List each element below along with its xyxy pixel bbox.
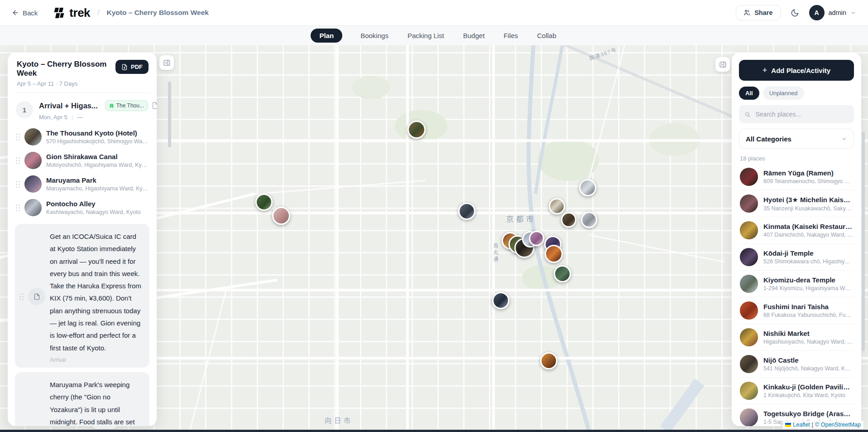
back-button[interactable]: Back <box>12 9 38 17</box>
place-name: Pontocho Alley <box>46 200 141 208</box>
places-count: 18 places <box>740 155 854 162</box>
left-panel-scrollbar[interactable] <box>168 82 171 147</box>
place-name: Rāmen Yūga (Ramen) <box>763 169 853 177</box>
day-title: Arrival + Higas... <box>39 102 98 110</box>
map-photo-marker[interactable] <box>492 292 509 309</box>
add-place-button[interactable]: + Add Place/Activity <box>739 60 854 81</box>
place-list-item[interactable]: Kinkaku-ji (Golden Pavilion) 1 Kinkakuji… <box>739 377 854 404</box>
collapse-left-panel-button[interactable] <box>159 55 174 70</box>
drag-handle[interactable] <box>19 293 24 300</box>
place-list-item[interactable]: Kinmata (Kaiseki Restaurant) 407 Dainich… <box>739 217 854 243</box>
file-download-icon <box>121 64 128 70</box>
category-value: All Categories <box>746 135 791 143</box>
map-photo-marker[interactable] <box>529 231 544 246</box>
place-photo <box>740 382 758 400</box>
place-photo <box>740 221 758 239</box>
trip-tab[interactable]: Bookings <box>360 29 389 43</box>
place-address: Kashiwayacho, Nakagyo Ward, Kyoto <box>46 209 141 215</box>
place-photo <box>740 194 758 213</box>
chevron-down-icon <box>850 10 856 16</box>
map-photo-marker[interactable] <box>579 179 596 196</box>
place-address: Maruyamacho, Higashiyama Ward, Kyoto <box>46 185 149 192</box>
share-label: Share <box>754 9 772 16</box>
moon-icon <box>791 9 799 17</box>
hotel-icon <box>109 103 114 108</box>
brand-logo[interactable]: trek <box>53 6 90 20</box>
map-photo-marker[interactable] <box>581 212 597 228</box>
place-photo <box>24 152 42 169</box>
export-pdf-button[interactable]: PDF <box>115 60 149 74</box>
itinerary-place-row[interactable]: The Thousand Kyoto (Hotel) 570 Higashish… <box>15 125 149 149</box>
day-note-card[interactable]: Maruyama Park's weeping cherry (the "Gio… <box>15 372 149 426</box>
place-list-item[interactable]: Kōdai-ji Temple 526 Shimokawara-chō, Hig… <box>739 243 854 270</box>
trip-tab[interactable]: Files <box>503 29 519 43</box>
collapse-right-panel-button[interactable] <box>715 57 730 72</box>
place-name: Gion Shirakawa Canal <box>46 153 149 160</box>
map-photo-marker[interactable] <box>549 198 565 214</box>
place-address: 35 Nanzenji Kusakawachō, Sakyo Ward, ... <box>763 205 853 212</box>
osm-link[interactable]: © OpenStreetMap <box>815 422 861 428</box>
place-photo <box>740 408 758 426</box>
place-address: 1-294 Kiyomizu, Higashiyama Ward, Kyoto <box>763 285 853 291</box>
right-panel-scrollbar[interactable] <box>862 131 865 351</box>
place-photo <box>740 301 758 320</box>
place-name: Fushimi Inari Taisha <box>763 303 853 311</box>
place-name: Nishiki Market <box>763 330 853 337</box>
map-photo-marker[interactable] <box>272 207 290 225</box>
attribution-separator: | <box>812 422 813 428</box>
place-address: Higashiuoyacho, Nakagyo Ward, Kyoto <box>763 339 853 345</box>
avatar: A <box>809 5 825 20</box>
map-photo-marker[interactable] <box>458 203 475 220</box>
map-photo-marker[interactable] <box>561 212 576 228</box>
trip-tab[interactable]: Plan <box>311 29 342 43</box>
day-note-card[interactable]: Get an ICOCA/Suica IC card at Kyoto Stat… <box>15 224 149 368</box>
map-photo-marker[interactable] <box>408 121 426 139</box>
theme-toggle-button[interactable] <box>791 9 799 17</box>
itinerary-place-row[interactable]: Maruyama Park Maruyamacho, Higashiyama W… <box>15 172 149 196</box>
share-button[interactable]: Share <box>736 5 780 20</box>
category-select[interactable]: All Categories <box>739 129 854 149</box>
search-input[interactable] <box>755 110 849 118</box>
place-list-item[interactable]: Kiyomizu-dera Temple 1-294 Kiyomizu, Hig… <box>739 270 854 297</box>
day-number-badge: 1 <box>16 101 33 118</box>
user-menu[interactable]: A admin <box>809 5 857 20</box>
place-address: 1 Kinkakujichō, Kita Ward, Kyoto <box>763 392 853 398</box>
chevron-down-icon <box>841 136 847 142</box>
filter-chips: AllUnplanned <box>739 87 854 100</box>
filter-chip[interactable]: All <box>739 87 759 100</box>
map-photo-marker[interactable] <box>545 245 563 263</box>
place-list-item[interactable]: Nijō Castle 541 Nijōjōchō, Nakagyo Ward,… <box>739 350 854 377</box>
place-name: Kinkaku-ji (Golden Pavilion) <box>763 383 853 391</box>
pdf-label: PDF <box>131 63 143 70</box>
place-list-item[interactable]: Rāmen Yūga (Ramen) 609 Teianmaenocho, Sh… <box>739 164 854 190</box>
note-text: Maruyama Park's weeping cherry (the "Gio… <box>50 379 143 426</box>
day-notes-icon[interactable] <box>152 102 157 109</box>
place-list-item[interactable]: Fushimi Inari Taisha 68 Fukakusa Yabunou… <box>739 297 854 324</box>
drag-handle[interactable] <box>16 181 20 188</box>
day-header-row[interactable]: 1 Arrival + Higas... The Thou... Mon, Ap… <box>15 93 149 125</box>
top-bar: Back trek / Kyoto – Cherry Blossom Week … <box>0 0 868 26</box>
leaflet-link[interactable]: Leaflet <box>793 422 810 428</box>
map-photo-marker[interactable] <box>540 352 557 369</box>
search-box[interactable] <box>739 105 854 123</box>
itinerary-place-row[interactable]: Pontocho Alley Kashiwayacho, Nakagyo War… <box>15 196 149 219</box>
itinerary-place-row[interactable]: Gion Shirakawa Canal Motoyoshichō, Higas… <box>15 149 149 172</box>
trip-tab[interactable]: Packing List <box>407 29 445 43</box>
place-list-item[interactable]: Hyotei (3★ Michelin Kaiseki) 35 Nanzenji… <box>739 190 854 217</box>
place-photo <box>740 328 758 346</box>
place-name: Kiyomizu-dera Temple <box>763 276 853 284</box>
hotel-badge[interactable]: The Thou... <box>105 100 148 111</box>
place-address: 68 Fukakusa Yabunouchichō, Fushimi Wa... <box>763 312 853 318</box>
trip-tab[interactable]: Budget <box>462 29 486 43</box>
place-address: 407 Dainichichō, Nakagyo Ward, Kyoto <box>763 232 853 238</box>
drag-handle[interactable] <box>16 157 20 164</box>
filter-chip[interactable]: Unplanned <box>763 87 804 100</box>
users-icon <box>743 9 751 16</box>
place-list-item[interactable]: Nishiki Market Higashiuoyacho, Nakagyo W… <box>739 324 854 350</box>
trip-tab[interactable]: Collab <box>536 29 557 43</box>
drag-handle[interactable] <box>16 134 20 141</box>
drag-handle[interactable] <box>16 204 20 211</box>
map-photo-marker[interactable] <box>554 265 571 282</box>
map-photo-marker[interactable] <box>255 194 273 211</box>
plus-icon: + <box>762 66 767 75</box>
